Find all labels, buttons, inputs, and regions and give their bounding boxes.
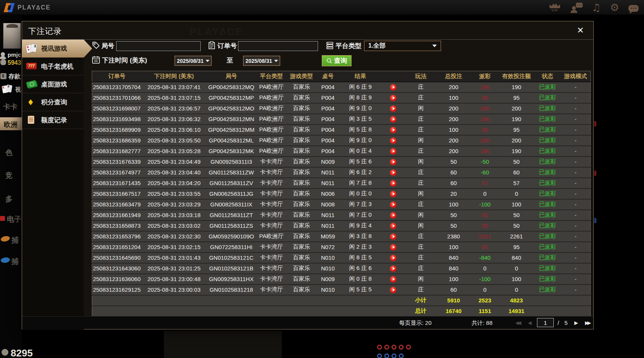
replay-play-icon[interactable]	[390, 116, 396, 123]
vip-icon[interactable]: VIP	[548, 3, 561, 12]
user-avatar[interactable]	[3, 23, 21, 49]
lobby-menu-duo[interactable]: 多	[5, 194, 13, 204]
valid-bet-cell: 200	[499, 135, 534, 146]
table-number-cell: N011	[316, 167, 339, 178]
replay-cell	[381, 263, 406, 274]
tab-slots[interactable]: 777 电子老虎机	[22, 58, 84, 75]
tab-table-games[interactable]: 桌面游戏	[22, 75, 84, 93]
tab-points-query[interactable]: ♦ 积分查询	[22, 93, 84, 111]
replay-play-icon[interactable]	[390, 148, 396, 155]
customer-support-icon[interactable]	[570, 3, 583, 13]
game-type-cell: 百家乐	[287, 263, 316, 274]
replay-play-icon[interactable]	[390, 105, 396, 112]
replay-play-icon[interactable]	[390, 244, 396, 251]
table-row: 2508312316675172025-08-31 23:03:55GN0062…	[92, 189, 591, 199]
date-from-picker[interactable]: 2025/08/31	[174, 56, 212, 66]
total-bet-cell: 50	[436, 221, 471, 231]
empty-cell	[561, 295, 591, 306]
bet-records-table: 订单号下注时间 (美东)局号平台类型游戏类型桌号结果玩法总投注派彩有效投注额状态…	[92, 71, 591, 317]
slot-mini-icon	[0, 216, 5, 221]
replay-play-icon[interactable]	[390, 127, 396, 133]
lobby-video-tab[interactable]: 视	[15, 86, 21, 93]
round-number-cell: GN011258311ZS	[206, 221, 256, 231]
music-icon[interactable]: ♫	[592, 2, 601, 13]
platform-cell: PA欧洲厅	[256, 103, 286, 114]
game-type-cell: 百家乐	[287, 210, 316, 221]
round-number-cell: GN01025831218	[206, 284, 256, 295]
round-number-input[interactable]	[116, 41, 201, 51]
replay-cell	[381, 199, 406, 210]
empty-cell	[381, 295, 406, 306]
replay-play-icon[interactable]	[390, 255, 396, 261]
table-row: 2508312316360602025-08-31 23:00:48GN0092…	[92, 274, 591, 284]
platform-type-select[interactable]: 1.全部	[364, 41, 441, 51]
table-number-cell: N009	[316, 274, 339, 284]
game-mode-cell: -	[561, 221, 591, 231]
payout-cell: 57	[471, 178, 499, 189]
screen: PLAY∆CE VIP ♫ ⚙ pmjc 5943 存款 K9 视 卡卡 欧洲 …	[0, 0, 644, 358]
modal-footer: 每页显示: 20 共计: 88 ◀◀ ◀ 1 / 5 ▶ ▶▶	[22, 316, 593, 329]
replay-play-icon[interactable]	[390, 180, 396, 187]
replay-play-icon[interactable]	[390, 169, 396, 176]
round-number-cell: GP004258312MQ	[206, 82, 256, 93]
next-page-icon[interactable]: ▶	[574, 320, 577, 326]
replay-play-icon[interactable]	[390, 287, 396, 293]
lobby-menu-jing[interactable]: 竞	[5, 171, 13, 181]
chat-icon[interactable]	[628, 5, 639, 12]
tab-live-games[interactable]: 视讯游戏	[22, 40, 92, 58]
lobby-menu-fishing-1[interactable]: 捕	[11, 235, 19, 245]
replay-play-icon[interactable]	[390, 159, 396, 165]
replay-play-icon[interactable]	[390, 265, 396, 272]
result-cell: 闲 6 庄 2	[340, 167, 382, 178]
replay-play-icon[interactable]	[390, 137, 396, 144]
table-row: 2508312316456902025-08-31 23:01:43GN0102…	[92, 253, 591, 263]
playace-logo[interactable]: PLAY∆CE	[5, 3, 51, 13]
close-icon[interactable]: ✕	[575, 25, 586, 36]
game-mode-cell: -	[561, 284, 591, 295]
date-to-picker[interactable]: 2025/08/31	[243, 56, 280, 66]
page-number-input[interactable]: 1	[537, 318, 554, 327]
query-button[interactable]: 查询	[322, 55, 352, 66]
replay-play-icon[interactable]	[390, 212, 396, 219]
total-bet-cell: 200	[436, 114, 471, 125]
status-cell: 已派彩	[534, 125, 561, 135]
order-number-input[interactable]	[238, 41, 318, 51]
first-page-icon[interactable]: ◀◀	[515, 320, 520, 326]
game-type-cell: 百家乐	[287, 82, 316, 93]
table-row: 2508312316863592025-08-31 23:05:50GP0042…	[92, 135, 591, 146]
platform-cell: 卡卡湾厅	[256, 157, 286, 167]
order-number-cell: 250831231676339	[92, 157, 142, 167]
table-number-cell: N011	[316, 210, 339, 221]
deposit-button[interactable]: 存款	[8, 73, 21, 81]
total-bet-cell: 200	[436, 82, 471, 93]
status-cell: 已派彩	[534, 284, 561, 295]
prev-page-icon[interactable]: ◀	[528, 320, 530, 326]
lobby-menu-kaka[interactable]: 卡卡	[3, 102, 18, 112]
round-number-cell: GP004258312MO	[206, 103, 256, 114]
lobby-menu-slots[interactable]: 电子	[7, 214, 21, 224]
lobby-menu-fishing-2[interactable]: 捕	[11, 257, 19, 267]
empty-cell	[92, 306, 142, 316]
last-page-icon[interactable]: ▶▶	[585, 320, 590, 326]
total-bet-cell: 60	[436, 284, 471, 295]
replay-play-icon[interactable]	[390, 223, 396, 229]
game-type-cell: 百家乐	[287, 157, 316, 167]
tab-quota-records[interactable]: 额度记录	[22, 111, 84, 129]
replay-play-icon[interactable]	[390, 84, 396, 91]
empty-cell	[256, 306, 286, 316]
bet-type-cell: 庄	[406, 178, 436, 189]
replay-play-icon[interactable]	[390, 233, 396, 240]
platform-cell: PA欧洲厅	[256, 231, 286, 242]
settings-gear-icon[interactable]: ⚙	[610, 2, 619, 13]
result-cell: 闲 3 庄 5	[340, 114, 382, 125]
replay-play-icon[interactable]	[390, 276, 396, 283]
replay-play-icon[interactable]	[390, 201, 396, 208]
platform-cell: 卡卡湾厅	[256, 221, 286, 231]
platform-cell: 卡卡湾厅	[256, 189, 286, 199]
replay-play-icon[interactable]	[390, 95, 396, 101]
platform-cell: 卡卡湾厅	[256, 199, 286, 210]
replay-play-icon[interactable]	[390, 191, 396, 197]
game-type-cell: 百家乐	[287, 189, 316, 199]
lobby-menu-se[interactable]: 色	[5, 148, 13, 158]
bet-type-cell: 庄	[406, 263, 436, 274]
